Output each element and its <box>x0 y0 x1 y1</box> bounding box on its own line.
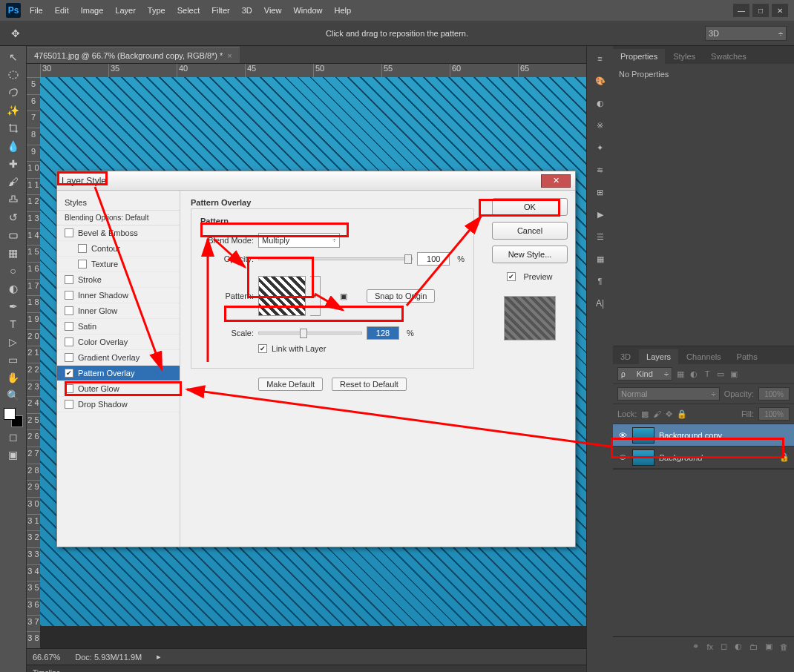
history-brush-tool[interactable]: ↺ <box>4 209 23 225</box>
gradient-tool[interactable]: ▦ <box>4 245 23 261</box>
preview-checkbox[interactable] <box>507 272 516 281</box>
link-layers-icon[interactable]: ⚭ <box>692 642 699 651</box>
adjust-icon[interactable]: ◐ <box>592 95 608 111</box>
brush-tool[interactable]: 🖌 <box>4 174 23 190</box>
link-checkbox[interactable] <box>258 344 267 353</box>
reset-default-button[interactable]: Reset to Default <box>332 378 407 391</box>
maximize-button[interactable]: □ <box>752 4 769 17</box>
menu-select[interactable]: Select <box>177 6 200 15</box>
lasso-tool[interactable] <box>4 85 23 101</box>
filter-shape-icon[interactable]: ▭ <box>715 369 726 379</box>
adjustment-icon[interactable]: ◐ <box>735 642 742 651</box>
filter-pixel-icon[interactable]: ▦ <box>675 369 686 379</box>
filter-adjust-icon[interactable]: ◐ <box>689 369 699 379</box>
dialog-close-button[interactable]: ✕ <box>541 174 571 188</box>
tab-properties[interactable]: Properties <box>613 49 665 64</box>
dodge-tool[interactable]: ◐ <box>4 280 23 297</box>
style-inner-glow[interactable]: Inner Glow <box>57 303 180 319</box>
style-outer-glow[interactable]: Outer Glow <box>57 381 180 397</box>
visibility-icon[interactable]: 👁 <box>617 430 628 441</box>
eraser-tool[interactable] <box>4 227 23 243</box>
cancel-button[interactable]: Cancel <box>492 222 568 240</box>
style-pattern-overlay[interactable]: Pattern Overlay <box>57 366 180 381</box>
navigator-icon[interactable]: ▦ <box>592 251 608 267</box>
fx-icon[interactable]: fx <box>706 642 713 651</box>
pattern-swatch[interactable] <box>258 276 306 316</box>
menu-window[interactable]: Window <box>293 6 322 15</box>
mask-icon[interactable]: ◻ <box>721 642 727 651</box>
style-inner-shadow[interactable]: Inner Shadow <box>57 288 180 303</box>
document-tab[interactable]: 4765011.jpg @ 66.7% (Background copy, RG… <box>27 47 240 63</box>
pen-tool[interactable]: ✒ <box>4 298 23 314</box>
lock-pixels-icon[interactable]: 🖌 <box>653 409 661 418</box>
menu-3d[interactable]: 3D <box>242 6 252 15</box>
tab-channels[interactable]: Channels <box>679 349 728 364</box>
stamp-tool[interactable] <box>4 191 23 208</box>
blending-options[interactable]: Blending Options: Default <box>57 211 180 225</box>
menu-view[interactable]: View <box>264 6 282 15</box>
menu-file[interactable]: File <box>30 6 43 15</box>
lock-transparent-icon[interactable]: ▩ <box>641 409 649 419</box>
menu-filter[interactable]: Filter <box>211 6 229 15</box>
hand-tool[interactable]: ✋ <box>4 369 23 386</box>
type-tool[interactable]: T <box>4 316 23 332</box>
brush-icon[interactable]: ≋ <box>592 162 608 178</box>
path-tool[interactable]: ▷ <box>4 334 23 350</box>
layer-filter-kind[interactable]: ρ Kind ÷ <box>617 367 672 381</box>
menu-image[interactable]: Image <box>81 6 104 15</box>
filter-type-icon[interactable]: T <box>702 369 712 379</box>
scale-field[interactable]: 128 <box>367 326 399 340</box>
filter-smart-icon[interactable]: ▣ <box>729 369 739 379</box>
styles-icon[interactable]: ※ <box>592 117 608 134</box>
group-icon[interactable]: 🗀 <box>749 642 758 651</box>
ok-button[interactable]: OK <box>492 198 568 216</box>
new-layer-icon[interactable]: ▣ <box>765 642 772 651</box>
brushpreset-icon[interactable]: ✦ <box>592 139 608 156</box>
menu-help[interactable]: Help <box>335 6 352 15</box>
style-texture[interactable]: Texture <box>57 257 180 272</box>
style-bevel[interactable]: Bevel & Emboss <box>57 225 180 241</box>
character-icon[interactable]: A| <box>592 295 608 312</box>
move-tool-icon[interactable]: ✥ <box>6 25 25 42</box>
pattern-dropdown[interactable]: ▾ <box>310 276 321 316</box>
tab-paths[interactable]: Paths <box>729 349 765 364</box>
wand-tool[interactable]: ✨ <box>4 102 23 119</box>
minimize-button[interactable]: — <box>733 4 749 17</box>
tab-styles[interactable]: Styles <box>666 49 703 64</box>
move-tool[interactable]: ↖ <box>4 49 23 65</box>
healing-tool[interactable]: ✚ <box>4 156 23 172</box>
snap-origin-button[interactable]: Snap to Origin <box>367 289 435 303</box>
blend-mode-select[interactable]: Normal÷ <box>617 387 720 401</box>
blend-mode-select[interactable]: Multiply÷ <box>258 233 340 248</box>
visibility-icon[interactable]: 👁 <box>617 452 628 463</box>
paragraph-icon[interactable]: ¶ <box>592 273 608 289</box>
lock-all-icon[interactable]: 🔒 <box>677 409 687 419</box>
menu-edit[interactable]: Edit <box>55 6 69 15</box>
close-button[interactable]: ✕ <box>772 4 788 17</box>
style-stroke[interactable]: Stroke <box>57 272 180 288</box>
make-default-button[interactable]: Make Default <box>258 378 323 391</box>
layer-item-background-copy[interactable]: 👁 Background copy <box>613 424 794 447</box>
opacity-slider[interactable] <box>258 257 413 260</box>
color-icon[interactable]: 🎨 <box>592 73 608 89</box>
marquee-tool[interactable] <box>4 67 23 83</box>
info-icon[interactable]: ☰ <box>592 228 608 245</box>
tab-layers[interactable]: Layers <box>639 349 678 364</box>
tab-swatches[interactable]: Swatches <box>703 49 754 64</box>
scale-slider[interactable] <box>258 332 362 335</box>
shape-tool[interactable]: ▭ <box>4 352 23 368</box>
screenmode-icon[interactable]: ▣ <box>4 447 23 463</box>
new-style-button[interactable]: New Style... <box>492 246 568 263</box>
style-satin[interactable]: Satin <box>57 319 180 335</box>
tab-3d[interactable]: 3D <box>613 349 638 364</box>
crop-tool[interactable] <box>4 120 23 136</box>
history-icon[interactable]: ≡ <box>592 50 608 67</box>
style-gradient-overlay[interactable]: Gradient Overlay <box>57 350 180 366</box>
style-drop-shadow[interactable]: Drop Shadow <box>57 397 180 412</box>
styles-header[interactable]: Styles <box>57 195 180 211</box>
blur-tool[interactable]: ○ <box>4 263 23 279</box>
eyedropper-tool[interactable]: 💧 <box>4 138 23 154</box>
style-color-overlay[interactable]: Color Overlay <box>57 335 180 350</box>
quickmask-icon[interactable]: ◻ <box>4 429 23 445</box>
color-swatches[interactable] <box>4 408 23 427</box>
